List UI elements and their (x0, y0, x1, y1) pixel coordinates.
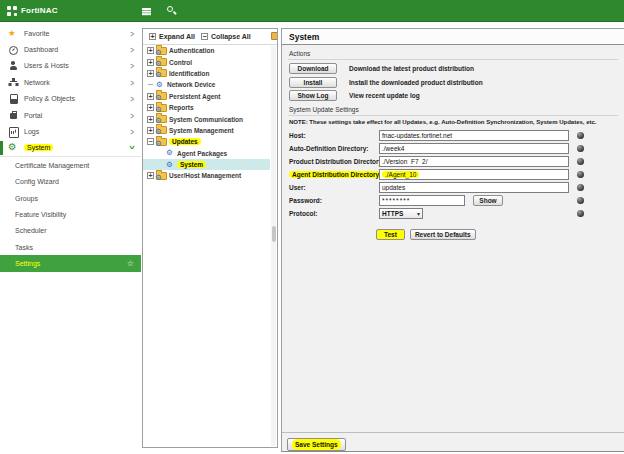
test-button[interactable]: Test (376, 229, 405, 240)
sidebar-item-config-wizard[interactable]: Config Wizard (0, 174, 141, 190)
host-input[interactable] (379, 130, 569, 141)
protocol-select[interactable]: HTTPS ▾ (379, 208, 423, 219)
expand-all-button[interactable]: + Expand All (149, 33, 195, 40)
help-icon[interactable] (577, 210, 584, 217)
tree-item-control[interactable]: + Control (143, 56, 270, 67)
save-settings-button[interactable]: Save Settings (287, 438, 346, 451)
tree-item-system-communication[interactable]: + System Communication (143, 113, 270, 124)
folder-action-icon[interactable] (271, 32, 278, 40)
agent-distribution-directory-label: Agent Distribution Directory: (289, 171, 379, 178)
auto-definition-directory-input[interactable] (379, 143, 569, 154)
user-input[interactable] (379, 182, 569, 193)
show-log-button[interactable]: Show Log (289, 90, 337, 101)
expand-icon[interactable]: + (147, 116, 154, 123)
gear-icon (8, 143, 19, 153)
tree-item-authentication[interactable]: + Authentication (143, 45, 270, 56)
product-distribution-directory-input[interactable] (379, 156, 569, 167)
plus-square-icon: + (149, 33, 156, 40)
menu-icon[interactable] (142, 8, 151, 10)
favorite-star-outline-icon[interactable]: ☆ (127, 260, 134, 268)
password-row: Password: Show (289, 194, 594, 207)
sidebar-item-portal[interactable]: Portal > (0, 107, 141, 123)
expand-icon[interactable]: + (147, 172, 154, 179)
tree-scrollbar[interactable] (271, 46, 276, 446)
sidebar-item-policy-objects[interactable]: Policy & Objects > (0, 91, 141, 107)
install-description: Install the downloaded product distribut… (349, 79, 483, 86)
sidebar-item-tasks[interactable]: Tasks (0, 239, 141, 255)
protocol-row: Protocol: HTTPS ▾ (289, 207, 594, 220)
chevron-right-icon: > (130, 78, 134, 87)
scrollbar-thumb[interactable] (272, 226, 276, 242)
divider (288, 59, 618, 60)
user-label: User: (289, 184, 379, 191)
help-icon[interactable] (577, 158, 584, 165)
user-row: User: (289, 181, 594, 194)
chevron-right-icon: > (130, 29, 134, 38)
sidebar-item-certificate-management[interactable]: Certificate Management (0, 157, 141, 173)
tree-item-agent-packages[interactable]: Agent Packages (143, 148, 270, 159)
folder-gear-icon (156, 172, 167, 180)
help-icon[interactable] (577, 197, 584, 204)
folder-gear-icon (156, 104, 167, 112)
expand-icon[interactable]: + (147, 104, 154, 111)
star-icon (8, 28, 19, 38)
search-icon[interactable] (167, 6, 173, 12)
auto-definition-directory-row: Auto-Definition Directory: (289, 142, 594, 155)
tree-item-user-host-management[interactable]: + User/Host Management (143, 170, 270, 181)
folder-gear-icon (156, 138, 167, 146)
panel-body: Actions Download Download the latest pro… (282, 50, 624, 432)
expand-icon[interactable]: + (147, 47, 154, 54)
action-row: Download Download the latest product dis… (289, 63, 624, 74)
help-icon[interactable] (577, 171, 584, 178)
tree-item-identification[interactable]: + Identification (143, 68, 270, 79)
sidebar-item-users-hosts[interactable]: Users & Hosts > (0, 58, 141, 74)
sidebar-item-feature-visibility[interactable]: Feature Visibility (0, 206, 141, 222)
expand-icon[interactable]: + (147, 59, 154, 66)
tree-item-updates[interactable]: − Updates (143, 136, 270, 147)
folder-gear-icon (156, 47, 167, 55)
password-input[interactable] (379, 195, 465, 206)
sidebar-item-network[interactable]: Network > (0, 74, 141, 90)
show-log-description: View recent update log (349, 92, 420, 99)
tree-item-system[interactable]: System (143, 159, 270, 170)
highlight-annotation: Save Settings (292, 439, 341, 450)
collapse-icon[interactable]: − (147, 138, 154, 145)
agent-distribution-directory-input[interactable]: ./Agent_10 (379, 169, 569, 180)
sidebar-item-logs[interactable]: Logs > (0, 123, 141, 139)
sidebar-system-submenu: Certificate Management Config Wizard Gro… (0, 157, 141, 272)
install-button[interactable]: Install (289, 77, 337, 88)
document-icon (8, 94, 19, 104)
actions-section-label: Actions (289, 50, 624, 57)
minus-square-icon: − (201, 33, 208, 40)
sidebar-item-scheduler[interactable]: Scheduler (0, 223, 141, 239)
sidebar-item-system[interactable]: System > (0, 140, 141, 156)
help-icon[interactable] (577, 184, 584, 191)
help-icon[interactable] (577, 145, 584, 152)
tree-item-reports[interactable]: + Reports (143, 102, 270, 113)
content-panel: System Actions Download Download the lat… (281, 28, 624, 452)
expand-icon[interactable]: + (147, 93, 154, 100)
show-password-button[interactable]: Show (473, 195, 503, 206)
sidebar-item-favorite[interactable]: Favorite > (0, 25, 141, 41)
host-row: Host: (289, 129, 594, 142)
topbar: FortiNAC (0, 0, 624, 22)
sitemap-icon (8, 77, 19, 87)
panel-footer: Save Settings (282, 432, 624, 454)
sidebar-item-settings[interactable]: Settings ☆ (0, 255, 141, 271)
expand-icon[interactable]: + (147, 127, 154, 134)
gear-icon (156, 80, 165, 89)
help-icon[interactable] (577, 132, 584, 139)
tree-item-network-device[interactable]: Network Device (143, 79, 270, 90)
highlight-annotation: System (177, 161, 206, 168)
dropdown-arrow-icon: ▾ (417, 210, 420, 217)
collapse-all-button[interactable]: − Collapse All (201, 33, 251, 40)
tree-item-system-management[interactable]: + System Management (143, 125, 270, 136)
sidebar-item-groups[interactable]: Groups (0, 190, 141, 206)
briefcase-icon (8, 110, 19, 120)
sidebar-item-dashboard[interactable]: Dashboard > (0, 41, 141, 57)
revert-to-defaults-button[interactable]: Revert to Defaults (410, 229, 476, 240)
download-button[interactable]: Download (289, 63, 337, 74)
tree-item-persistent-agent[interactable]: + Persistent Agent (143, 91, 270, 102)
expand-icon[interactable]: + (147, 70, 154, 77)
product-distribution-directory-row: Product Distribution Directory: (289, 155, 594, 168)
